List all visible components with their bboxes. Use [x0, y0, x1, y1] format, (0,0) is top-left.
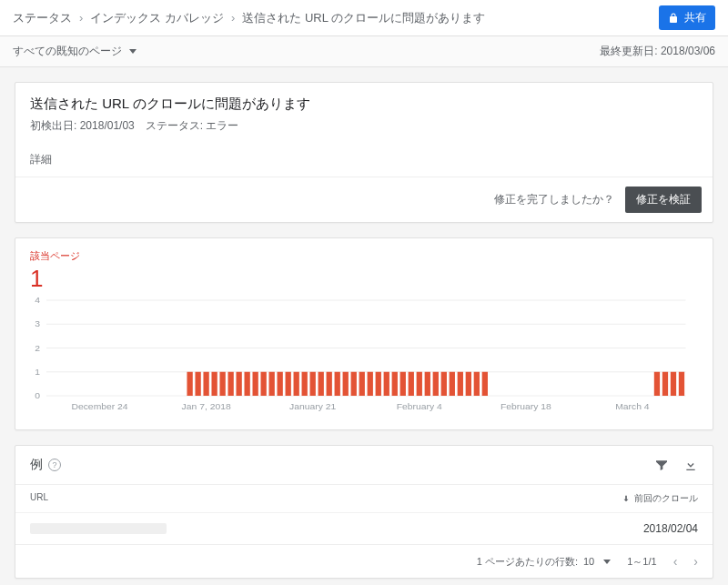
svg-rect-21 — [278, 372, 283, 396]
svg-rect-29 — [343, 372, 349, 396]
svg-rect-25 — [310, 372, 316, 396]
page-filter-label: すべての既知のページ — [13, 44, 122, 59]
svg-rect-28 — [335, 372, 340, 396]
chart-card: 該当ページ 1 01234December 24Jan 7, 2018Janua… — [15, 237, 713, 430]
svg-text:4: 4 — [35, 296, 40, 305]
help-icon[interactable]: ? — [48, 459, 61, 471]
svg-rect-16 — [236, 372, 241, 396]
caret-down-icon — [129, 49, 136, 54]
svg-rect-47 — [654, 372, 660, 396]
svg-text:March 4: March 4 — [615, 401, 650, 410]
last-updated-value: 2018/03/06 — [661, 45, 715, 57]
svg-rect-24 — [302, 372, 308, 396]
svg-rect-30 — [351, 372, 357, 396]
examples-title: 例 — [30, 457, 43, 473]
breadcrumb: ステータス › インデックス カバレッジ › 送信された URL のクロールに問… — [13, 10, 485, 26]
svg-rect-39 — [425, 372, 430, 396]
col-last-crawl[interactable]: 前回のクロール — [622, 492, 698, 505]
filter-icon[interactable] — [654, 458, 669, 472]
svg-rect-33 — [376, 372, 381, 396]
caret-down-icon — [603, 560, 611, 564]
svg-rect-31 — [359, 372, 365, 396]
svg-rect-35 — [392, 372, 398, 396]
page-filter-dropdown[interactable]: すべての既知のページ — [13, 44, 136, 59]
svg-rect-49 — [671, 372, 676, 396]
breadcrumb-item[interactable]: ステータス — [13, 10, 72, 26]
sub-bar: すべての既知のページ 最終更新日: 2018/03/06 — [0, 36, 728, 67]
svg-rect-14 — [219, 372, 225, 396]
svg-rect-38 — [417, 372, 422, 396]
svg-rect-11 — [195, 372, 200, 396]
col-last-crawl-label: 前回のクロール — [634, 492, 698, 505]
svg-rect-22 — [286, 372, 291, 396]
sort-down-icon — [622, 494, 631, 503]
validate-fix-button[interactable]: 修正を検証 — [625, 187, 702, 213]
table-footer: 1 ページあたりの行数: 10 1～1/1 ‹ › — [15, 544, 713, 578]
svg-rect-44 — [466, 372, 471, 396]
issue-card: 送信された URL のクロールに問題があります 初検出日: 2018/01/03… — [15, 82, 713, 223]
issue-status: ステータス: エラー — [146, 118, 239, 134]
chevron-right-icon: › — [231, 11, 235, 25]
svg-rect-26 — [318, 372, 324, 396]
share-button[interactable]: 共有 — [659, 5, 715, 30]
svg-rect-12 — [203, 372, 208, 396]
top-bar: ステータス › インデックス カバレッジ › 送信された URL のクロールに問… — [0, 0, 728, 36]
svg-rect-18 — [253, 372, 258, 396]
first-detected-value: 2018/01/03 — [80, 119, 135, 132]
details-link[interactable]: 詳細 — [15, 152, 713, 177]
breadcrumb-item[interactable]: インデックス カバレッジ — [90, 10, 224, 26]
examples-card: 例 ? URL 前回のクロール 2018/02/04 1 ページあたりの行数: … — [15, 445, 713, 579]
svg-text:January 21: January 21 — [289, 401, 337, 410]
next-page-button[interactable]: › — [693, 554, 698, 569]
last-updated-label: 最終更新日: — [600, 45, 657, 57]
prev-page-button[interactable]: ‹ — [673, 554, 678, 569]
svg-rect-37 — [409, 372, 414, 396]
lock-icon — [668, 13, 679, 24]
svg-rect-10 — [187, 372, 192, 396]
svg-text:February 4: February 4 — [397, 401, 443, 410]
svg-text:2: 2 — [35, 343, 40, 352]
svg-rect-45 — [474, 372, 480, 396]
chart-count: 1 — [30, 265, 698, 293]
svg-text:February 18: February 18 — [500, 401, 551, 410]
svg-text:1: 1 — [35, 367, 40, 376]
chart-body: 01234December 24Jan 7, 2018January 21Feb… — [15, 293, 713, 429]
first-detected: 初検出日: 2018/01/03 — [30, 118, 135, 134]
svg-rect-36 — [400, 372, 406, 396]
svg-text:December 24: December 24 — [71, 401, 128, 410]
rows-per-page-label: 1 ページあたりの行数: — [477, 555, 578, 569]
svg-rect-32 — [368, 372, 373, 396]
svg-rect-40 — [433, 372, 439, 396]
chart-title: 該当ページ — [30, 249, 698, 263]
svg-rect-17 — [244, 372, 249, 396]
status-value: エラー — [206, 119, 238, 132]
pagination-range: 1～1/1 — [627, 555, 656, 569]
first-detected-label: 初検出日: — [30, 119, 76, 132]
last-crawl-cell: 2018/02/04 — [643, 522, 698, 535]
chart-svg: 01234December 24Jan 7, 2018January 21Feb… — [46, 300, 696, 415]
svg-rect-48 — [662, 372, 668, 396]
svg-rect-13 — [211, 372, 217, 396]
breadcrumb-item: 送信された URL のクロールに問題があります — [242, 10, 485, 26]
url-cell — [30, 523, 167, 534]
svg-text:Jan 7, 2018: Jan 7, 2018 — [182, 401, 232, 410]
svg-rect-43 — [458, 372, 463, 396]
svg-rect-34 — [384, 372, 389, 396]
svg-rect-20 — [269, 372, 275, 396]
issue-title: 送信された URL のクロールに問題があります — [30, 96, 698, 113]
col-url[interactable]: URL — [30, 492, 48, 505]
svg-rect-42 — [450, 372, 455, 396]
svg-rect-27 — [327, 372, 332, 396]
status-label: ステータス: — [146, 119, 203, 132]
svg-rect-41 — [441, 372, 447, 396]
svg-text:0: 0 — [35, 391, 40, 400]
download-icon[interactable] — [683, 458, 698, 472]
svg-text:3: 3 — [35, 319, 40, 328]
svg-rect-46 — [482, 372, 488, 396]
done-fixing-label: 修正を完了しましたか？ — [494, 192, 614, 207]
svg-rect-19 — [261, 372, 267, 396]
svg-rect-15 — [228, 372, 233, 396]
last-updated: 最終更新日: 2018/03/06 — [600, 44, 715, 59]
rows-per-page-select[interactable]: 10 — [583, 556, 594, 567]
table-row[interactable]: 2018/02/04 — [15, 512, 713, 544]
